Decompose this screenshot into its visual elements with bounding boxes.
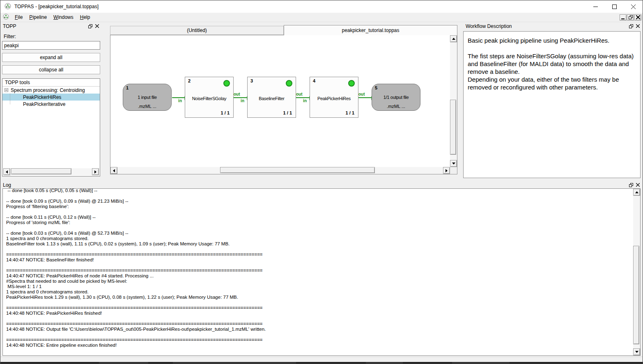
- edge-baseline-to-peakpicker: out in: [296, 97, 310, 98]
- log-panel-title: Log: [3, 182, 11, 188]
- close-button[interactable]: [624, 0, 643, 13]
- tree-horizontal-scrollbar[interactable]: [3, 168, 99, 175]
- mdi-minimize-button[interactable]: [620, 14, 627, 21]
- filter-label: Filter:: [4, 34, 99, 39]
- float-panel-icon[interactable]: [628, 23, 634, 29]
- scroll-up-icon[interactable]: [450, 35, 457, 42]
- close-panel-icon[interactable]: [94, 23, 100, 29]
- description-panel-title: Workflow Description: [466, 23, 512, 29]
- status-finished-icon: [223, 80, 230, 87]
- node-number: 1: [126, 85, 129, 90]
- taskbar-sliver: [0, 362, 643, 364]
- node-file-type: .mzML ...: [373, 104, 419, 109]
- topp-panel-header: TOPP: [0, 22, 102, 29]
- edge-input-to-noisefilter: in: [172, 97, 185, 98]
- topp-panel: TOPP Filter: expand all collapse all TOP…: [0, 22, 102, 181]
- node-number: 5: [375, 85, 377, 90]
- scroll-down-icon[interactable]: [450, 160, 457, 167]
- workflow-node-peakpickerhires[interactable]: 4 PeakPickerHiRes 1 / 1: [310, 77, 358, 118]
- node-number: 2: [188, 78, 191, 83]
- float-panel-icon[interactable]: [87, 23, 94, 29]
- node-number: 4: [313, 78, 315, 83]
- tab-bar: (Untitled) peakpicker_tutorial.toppas: [110, 25, 457, 35]
- close-panel-icon[interactable]: [634, 23, 641, 29]
- minimize-button[interactable]: [586, 0, 605, 13]
- scroll-up-icon[interactable]: [633, 189, 640, 196]
- node-label: PeakPickerHiRes: [311, 96, 357, 101]
- title-bar: TOPPAS - [peakpicker_tutorial.toppas]: [0, 0, 643, 13]
- edge-out-label: out: [358, 92, 365, 96]
- description-text: Basic peak picking pipeline using PeakPi…: [468, 37, 636, 91]
- main-area: TOPP Filter: expand all collapse all TOP…: [0, 22, 643, 181]
- app-icon: [5, 3, 11, 11]
- mdi-close-button[interactable]: [634, 14, 641, 21]
- scrollbar-corner: [450, 167, 457, 174]
- canvas-horizontal-scrollbar[interactable]: [110, 167, 450, 174]
- tree-item-peakpickeriterative[interactable]: PeakPickerIterative: [2, 101, 100, 108]
- workflow-node-input-file[interactable]: 1 1 input file .mzML ...: [123, 84, 172, 111]
- window-title: TOPPAS - [peakpicker_tutorial.toppas]: [14, 4, 99, 9]
- collapse-all-button[interactable]: collapse all: [2, 65, 100, 74]
- menu-file[interactable]: File: [11, 14, 26, 21]
- tree-header: TOPP tools: [2, 79, 100, 87]
- collapse-expander-icon[interactable]: [5, 88, 8, 92]
- tree-item-peakpickerhires[interactable]: PeakPickerHiRes: [2, 94, 100, 101]
- node-progress: 1 / 1: [346, 110, 354, 115]
- node-label: NoiseFilterSGolay: [186, 96, 232, 101]
- tree-group-label: Spectrum processing: Centroiding: [11, 87, 85, 93]
- status-bar: [0, 357, 643, 362]
- node-file-type: .mzML ...: [124, 104, 170, 109]
- node-progress: 1 / 1: [283, 110, 292, 115]
- log-text[interactable]: -- done [took 0.05 s (CPU), 0.05 s (Wall…: [3, 188, 633, 355]
- node-label: BaselineFilter: [248, 96, 295, 101]
- close-panel-icon[interactable]: [634, 182, 641, 188]
- float-panel-icon[interactable]: [628, 182, 634, 188]
- node-label: 1/1 output file: [373, 95, 419, 100]
- node-number: 3: [250, 78, 253, 83]
- canvas-vertical-scrollbar[interactable]: [450, 35, 457, 167]
- scrollbar-thumb[interactable]: [450, 100, 456, 155]
- workflow-node-noisefiltersgolay[interactable]: 2 NoiseFilterSGolay 1 / 1: [185, 77, 234, 118]
- scrollbar-thumb[interactable]: [220, 167, 375, 173]
- edge-out-label: out: [296, 92, 303, 96]
- tab-peakpicker-tutorial[interactable]: peakpicker_tutorial.toppas: [284, 25, 457, 35]
- expand-all-button[interactable]: expand all: [2, 53, 100, 62]
- node-label: 1 input file: [124, 95, 170, 100]
- edge-noisefilter-to-baseline: out in: [234, 97, 247, 98]
- scroll-right-icon[interactable]: [443, 167, 450, 174]
- tab-untitled[interactable]: (Untitled): [110, 26, 284, 35]
- edge-peakpicker-to-output: out: [358, 97, 372, 98]
- log-panel: Log -- done [took 0.05 s (CPU), 0.05 s (…: [0, 181, 643, 357]
- menu-pipeline[interactable]: Pipeline: [26, 14, 50, 21]
- status-finished-icon: [348, 80, 355, 87]
- filter-input[interactable]: [2, 41, 100, 50]
- workflow-canvas[interactable]: 1 1 input file .mzML ... in 2 NoiseFilte…: [110, 35, 450, 167]
- edge-out-label: out: [234, 92, 240, 96]
- description-content: Basic peak picking pipeline using PeakPi…: [463, 31, 641, 178]
- mdi-restore-button[interactable]: [627, 14, 634, 21]
- workflow-node-baselinefilter[interactable]: 3 BaselineFilter 1 / 1: [247, 77, 296, 118]
- scroll-left-icon[interactable]: [110, 167, 117, 174]
- edge-in-label: in: [241, 99, 244, 103]
- maximize-button[interactable]: [605, 0, 624, 13]
- tree-group-centroiding[interactable]: Spectrum processing: Centroiding: [2, 87, 100, 94]
- log-content-frame: -- done [took 0.05 s (CPU), 0.05 s (Wall…: [2, 188, 641, 356]
- menu-help[interactable]: Help: [77, 14, 94, 21]
- menu-windows[interactable]: Windows: [50, 14, 77, 21]
- scrollbar-thumb[interactable]: [11, 168, 71, 174]
- edge-in-label: in: [178, 99, 182, 103]
- topp-panel-title: TOPP: [3, 23, 16, 29]
- scroll-right-icon[interactable]: [92, 168, 99, 175]
- scrollbar-thumb[interactable]: [633, 246, 639, 344]
- workflow-editor: (Untitled) peakpicker_tutorial.toppas 1 …: [110, 22, 457, 181]
- log-vertical-scrollbar[interactable]: [633, 189, 640, 355]
- tree-connector: [10, 94, 10, 104]
- menu-bar: File Pipeline Windows Help: [0, 13, 643, 22]
- app-window: TOPPAS - [peakpicker_tutorial.toppas] Fi…: [0, 0, 643, 364]
- node-progress: 1 / 1: [221, 110, 230, 115]
- workflow-node-output-file[interactable]: 5 1/1 output file .mzML ...: [372, 84, 420, 111]
- log-panel-header: Log: [0, 181, 643, 188]
- scroll-down-icon[interactable]: [633, 348, 640, 355]
- workflow-description-panel: Workflow Description Basic peak picking …: [463, 22, 643, 181]
- scroll-left-icon[interactable]: [3, 168, 10, 175]
